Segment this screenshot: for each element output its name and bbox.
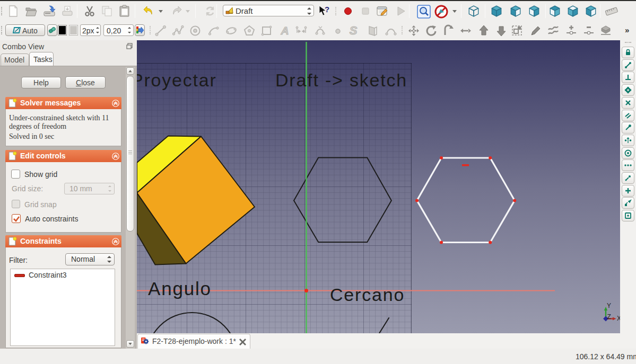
- svg-text:Draft -> sketch: Draft -> sketch: [275, 70, 407, 90]
- svg-text:S: S: [350, 24, 358, 37]
- svg-text:Z: Z: [607, 313, 611, 321]
- svg-text:Angulo: Angulo: [148, 278, 212, 299]
- svg-text:Cercano: Cercano: [330, 285, 405, 305]
- svg-text:Y: Y: [607, 302, 611, 309]
- svg-text:Proyectar: Proyectar: [137, 70, 217, 90]
- svg-text:?: ?: [325, 5, 329, 14]
- svg-text:A: A: [280, 24, 289, 37]
